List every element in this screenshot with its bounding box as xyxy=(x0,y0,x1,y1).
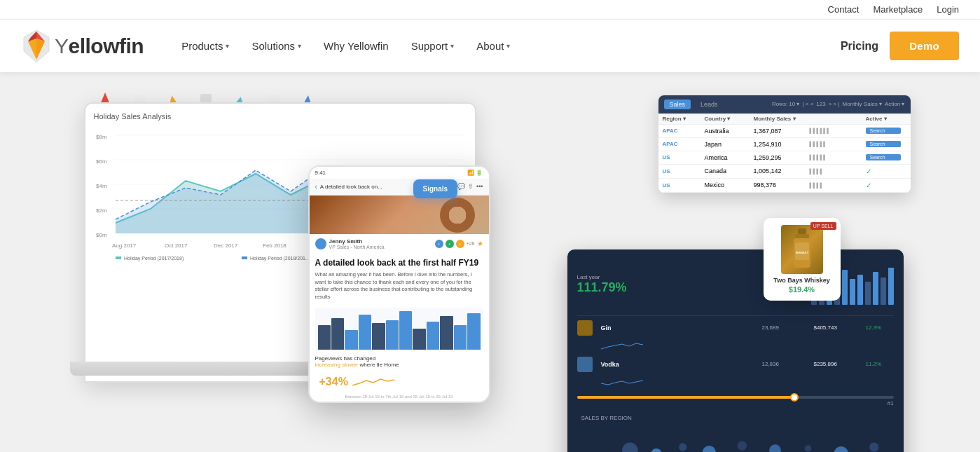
svg-rect-30 xyxy=(116,256,121,259)
gin-sales: $405,743 xyxy=(814,324,863,331)
svg-text:$0m: $0m xyxy=(96,232,107,238)
chart-title: Holiday Sales Analysis xyxy=(94,112,467,121)
svg-text:Aug 2017: Aug 2017 xyxy=(112,242,137,249)
avatar xyxy=(315,238,326,249)
avatar-small-1: • xyxy=(435,240,443,248)
vodka-volume: 12,836 xyxy=(762,361,811,367)
svg-text:Oct 2017: Oct 2017 xyxy=(165,242,188,249)
slider-thumb[interactable] xyxy=(790,393,799,402)
phone-post-info: Jenny Smith VP Sales - North America • •… xyxy=(310,234,489,254)
table-row: US Mexico 998,376 ▌▌▌▌ ✓ xyxy=(658,179,911,193)
table-row: APAC Australia 1,367,087 ▌▌▌▌▌▌ Search xyxy=(658,125,911,138)
svg-point-51 xyxy=(651,448,661,452)
nav-products[interactable]: Products ▾ xyxy=(172,34,239,57)
phone-time: 9:41 xyxy=(315,170,326,176)
top-bar: Contact Marketplace Login xyxy=(0,0,980,20)
phone-content: A detailed look back at the first half F… xyxy=(310,254,489,306)
svg-text:Holiday Period (2018/201...: Holiday Period (2018/201... xyxy=(250,256,310,261)
search-btn-3[interactable]: Search xyxy=(866,154,901,160)
svg-text:$6m: $6m xyxy=(96,158,107,165)
nav-links: Products ▾ Solutions ▾ Why Yellowfin Sup… xyxy=(172,34,841,57)
svg-text:$2m: $2m xyxy=(96,207,107,214)
slider-track[interactable] xyxy=(577,396,894,399)
tab-sales[interactable]: Sales xyxy=(664,100,691,109)
map-container: SALES BY REGION xyxy=(577,412,894,453)
phone-status-bar: 9:41 📶 🔋 xyxy=(310,167,489,179)
svg-point-55 xyxy=(769,444,781,452)
percent-value: +34% xyxy=(319,376,348,388)
svg-point-50 xyxy=(622,442,638,452)
post-body: What an amazing year it has been. Before… xyxy=(315,271,483,301)
svg-text:$8m: $8m xyxy=(96,134,107,140)
chevron-down-icon: ▾ xyxy=(226,42,229,50)
vodka-label: Vodka xyxy=(601,361,759,368)
marketplace-link[interactable]: Marketplace xyxy=(873,4,923,15)
chevron-down-icon: ▾ xyxy=(298,42,301,50)
back-icon[interactable]: ‹ xyxy=(315,183,317,191)
donut-icon xyxy=(440,198,475,233)
vodka-pct: 11.2% xyxy=(866,361,894,367)
slider-fill xyxy=(577,396,799,399)
demo-button[interactable]: Demo xyxy=(890,32,959,60)
post-title: A detailed look back at the first half F… xyxy=(315,258,483,269)
nav-support[interactable]: Support ▾ xyxy=(401,34,464,57)
svg-point-53 xyxy=(702,446,715,452)
table-row: APAC Japan 1,254,910 ▌▌▌▌▌ Search xyxy=(658,138,911,151)
slider-container: #1 xyxy=(577,396,894,406)
product-price: $19.4% xyxy=(771,285,834,294)
phone-mini-chart xyxy=(315,308,483,350)
search-btn-2[interactable]: Search xyxy=(866,141,901,147)
tab-leads[interactable]: Leads xyxy=(695,100,724,109)
product-image: WHISKEY xyxy=(781,225,823,274)
table-panel: Sales Leads Rows: 10 ▾ | < < 123 > > | M… xyxy=(658,95,911,193)
vodka-icon xyxy=(577,357,593,372)
table-body: Region ▾ Country ▾ Monthly Sales ▾ Activ… xyxy=(658,114,911,193)
gin-volume: 23,689 xyxy=(762,324,811,331)
nav-about[interactable]: About ▾ xyxy=(467,34,520,57)
table-row: US America 1,259,295 ▌▌▌▌▌ Search xyxy=(658,151,911,165)
last-year-label: Last year xyxy=(577,274,627,280)
nav-why-yellowfin[interactable]: Why Yellowfin xyxy=(314,34,399,57)
nav-solutions[interactable]: Solutions ▾ xyxy=(242,34,311,57)
gin-icon xyxy=(577,320,593,336)
phone-mockup: 9:41 📶 🔋 ‹ A detailed look back on... ★ … xyxy=(308,165,490,404)
svg-text:Feb 2018: Feb 2018 xyxy=(263,242,287,249)
svg-rect-47 xyxy=(873,272,878,305)
svg-point-56 xyxy=(804,445,810,451)
phone-nav-bar: ‹ A detailed look back on... ★ 💬 ⇧ ••• xyxy=(310,179,489,196)
logo-icon xyxy=(21,29,52,64)
svg-text:$4m: $4m xyxy=(96,183,107,189)
screenshots-container: Holiday Sales Analysis $8m $6m $4m $2m $… xyxy=(70,88,911,453)
map-label: SALES BY REGION xyxy=(577,412,894,424)
logo-text: Yellowfin xyxy=(55,34,144,58)
post-role: VP Sales - North America xyxy=(329,245,385,249)
chevron-down-icon: ▾ xyxy=(506,42,510,50)
svg-rect-48 xyxy=(881,278,886,305)
pricing-link[interactable]: Pricing xyxy=(841,40,878,53)
product-badge: UP SELL xyxy=(810,222,836,230)
login-link[interactable]: Login xyxy=(937,4,959,15)
avatar-small-3: • xyxy=(456,240,464,248)
search-btn-1[interactable]: Search xyxy=(866,128,901,134)
check-icon: ✓ xyxy=(866,167,901,175)
svg-rect-35 xyxy=(795,234,809,238)
gin-pct: 12.3% xyxy=(866,324,894,331)
analytics-percent: 111.79% xyxy=(577,280,627,295)
logo[interactable]: Yellowfin xyxy=(21,29,144,64)
analytics-panel: Last year 111.79% xyxy=(567,249,904,453)
svg-text:Holiday Period (2017/2018): Holiday Period (2017/2018) xyxy=(124,256,184,261)
map-svg xyxy=(577,426,894,453)
svg-point-52 xyxy=(679,443,686,451)
svg-rect-43 xyxy=(842,270,848,305)
vodka-sales: $235,896 xyxy=(814,361,863,367)
svg-rect-45 xyxy=(857,275,863,305)
svg-rect-34 xyxy=(798,228,806,234)
table-row-header: Region ▾ Country ▾ Monthly Sales ▾ Activ… xyxy=(658,114,911,125)
svg-point-58 xyxy=(869,442,878,451)
contact-link[interactable]: Contact xyxy=(828,4,860,15)
hero-section: Holiday Sales Analysis $8m $6m $4m $2m $… xyxy=(0,72,980,452)
nav-right: Pricing Demo xyxy=(841,32,959,60)
product-card: UP SELL WHISKEY Two Bays Whiskey $19.4% xyxy=(764,218,841,301)
table-row: US Canada 1,005,142 ▌▌▌▌ ✓ xyxy=(658,165,911,179)
phone-percent: +34% xyxy=(315,372,483,392)
